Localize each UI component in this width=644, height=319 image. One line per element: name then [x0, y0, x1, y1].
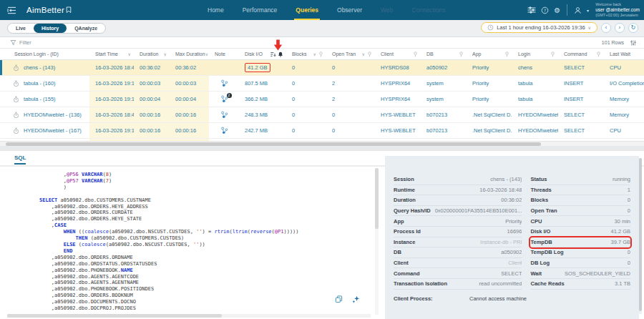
detail-label: Threads [530, 187, 551, 193]
note-badge: 2 [227, 93, 232, 98]
col-open-tran[interactable]: Open Tran∨ [326, 49, 375, 59]
col-max-duration[interactable]: Max Duration∨ [170, 49, 209, 59]
note-icon-button[interactable] [220, 127, 228, 134]
sort-caret-icon[interactable]: ∨ [362, 51, 365, 57]
details-vertical-scrollbar[interactable] [639, 158, 642, 314]
table-horizontal-scrollbar[interactable] [0, 141, 644, 146]
pin-icon[interactable] [550, 51, 555, 57]
cell-note [209, 107, 239, 122]
cell-max-duration: 00:00:16 [170, 123, 209, 138]
nav-queries[interactable]: Queries [294, 0, 320, 20]
col-note[interactable]: Note [209, 49, 239, 59]
sort-caret-icon[interactable]: ∨ [164, 51, 167, 57]
col-command[interactable]: Command [558, 49, 604, 59]
tab-sql[interactable]: SQL [14, 154, 26, 165]
table-row[interactable]: chens - (143)16-03-2026 18:4800:36:0200:… [0, 60, 644, 76]
pin-icon[interactable] [596, 51, 601, 57]
tab-live[interactable]: Live [8, 24, 34, 33]
col-last-wait[interactable]: Last Wait [604, 49, 644, 59]
app-root: AimBetter HomePerformanceQueriesObserver… [0, 0, 644, 319]
alert-bell-icon[interactable] [278, 51, 283, 57]
pin-icon[interactable] [504, 51, 509, 57]
filter-funnel-icon[interactable] [10, 39, 16, 46]
detail-label: App [394, 218, 404, 225]
sql-vertical-scrollbar[interactable] [375, 168, 379, 315]
details-right-column: StatusrunningThreads1Blocks0Open Tran0CP… [530, 175, 630, 290]
pin-icon[interactable] [367, 51, 372, 57]
disk-io-value: 366.2 MB [245, 96, 268, 102]
nav-observer[interactable]: Observer [336, 0, 364, 20]
cell-blocks: 0 [286, 123, 326, 138]
cell-session: tabula - (155) [0, 92, 89, 107]
detail-session: Sessionchens - (143) [394, 175, 522, 185]
annotation-arrow-icon [272, 39, 284, 51]
detail-value: SELECT [501, 270, 522, 277]
sort-caret-icon[interactable]: ∨ [128, 51, 131, 57]
col-login[interactable]: Login [512, 49, 558, 59]
detail-cpu: CPU30 min [530, 216, 630, 227]
sort-caret-icon[interactable]: ∨ [313, 51, 316, 57]
appbar-right: ? ⚙ ▾ Welcome back user @aimbetter.com (… [527, 0, 640, 20]
detail-value: 0 [628, 260, 630, 266]
nav-performance[interactable]: Performance [241, 0, 279, 20]
table-row[interactable]: HYEDOM\weblet - (167)16-03-2026 19:1800:… [0, 123, 644, 139]
user-menu-caret-icon[interactable]: ▾ [587, 8, 589, 13]
sidebar-collapse-button[interactable] [7, 6, 16, 14]
table-row[interactable]: HYEDOM\weblet - (136)16-03-2026 18:4800:… [0, 107, 644, 123]
cell-last-wait: Memory [604, 92, 644, 107]
tab-history[interactable]: History [34, 24, 67, 33]
scrollbar-thumb[interactable] [639, 158, 642, 311]
filter-label[interactable]: Filter [19, 39, 31, 46]
cell-login [512, 139, 558, 141]
col-duration[interactable]: Duration∨ [134, 49, 170, 59]
pin-icon[interactable] [318, 51, 323, 57]
time-controls: Last 1 hour ending 16-03-2026 19:36 ∨ ‹ … [481, 22, 638, 33]
detail-query-hash-id: Query Hash/ID0x020000001FA35514EB510E001… [394, 206, 522, 217]
next-period-button[interactable]: › [615, 23, 625, 33]
col-app[interactable]: App [467, 49, 512, 59]
col-client[interactable]: Client [375, 49, 421, 59]
user-avatar-icon[interactable] [574, 6, 582, 14]
refresh-button[interactable]: ↻ [628, 23, 638, 33]
copy-sql-button[interactable] [335, 295, 343, 303]
sort-caret-icon[interactable]: ∨ [205, 51, 208, 57]
ai-analyze-button[interactable] [352, 295, 360, 303]
table-row[interactable]: tabula - (160)16-03-2026 19:1000:00:0300… [0, 76, 644, 92]
note-icon-button[interactable]: 2 [220, 95, 228, 103]
col-db[interactable]: DB [421, 49, 467, 59]
scrollbar-thumb[interactable] [375, 168, 379, 229]
note-icon-button[interactable] [220, 79, 228, 87]
detail-value: Instance-db - PRI [480, 239, 522, 245]
pin-icon[interactable] [413, 51, 418, 57]
panel-divider [0, 146, 644, 151]
time-range-picker[interactable]: Last 1 hour ending 16-03-2026 19:36 ∨ [481, 22, 597, 33]
col-label: Client [381, 51, 394, 57]
column-settings-icon[interactable] [630, 39, 637, 46]
pin-icon[interactable] [459, 51, 464, 57]
welcome-text: Welcome back [595, 2, 640, 7]
scrollbar-thumb[interactable] [7, 314, 222, 318]
quick-settings-icon[interactable] [527, 6, 536, 14]
detail-runtime: Runtime16-03-2026 18:48 [394, 185, 522, 196]
cell-client: HYSRDS08 [375, 60, 421, 75]
detail-value: SOS_SCHEDULER_YIELD [565, 270, 630, 277]
col-blocks[interactable]: Blocks∨ [286, 49, 326, 59]
table-row[interactable]: tabula - (155)16-03-2026 19:1100:00:0400… [0, 92, 644, 107]
detail-label: Blocks [530, 197, 548, 203]
col-session-login-id[interactable]: Session Login - (ID) [0, 49, 89, 59]
col-start-time[interactable]: Start Time∨ [89, 49, 134, 59]
cell-open-tran: 2 [326, 92, 375, 107]
nav-connections[interactable]: Connections [410, 0, 447, 20]
nav-web[interactable]: Web [379, 0, 394, 20]
sql-horizontal-scrollbar[interactable] [7, 314, 371, 318]
settings-gear-icon[interactable]: ⚙ [554, 6, 560, 14]
nav-home[interactable]: Home [206, 0, 225, 20]
cell-app: .Net SqlClient D... [467, 123, 512, 138]
note-icon-button[interactable] [220, 111, 228, 119]
tab-qanalyze[interactable]: QAnalyze [67, 24, 105, 33]
detail-label: TempDB Log [530, 249, 563, 255]
prev-period-button[interactable]: ‹ [601, 23, 611, 33]
cell-blocks [286, 139, 326, 141]
sort-desc-icon[interactable] [270, 51, 276, 57]
help-icon[interactable]: ? [541, 6, 549, 14]
